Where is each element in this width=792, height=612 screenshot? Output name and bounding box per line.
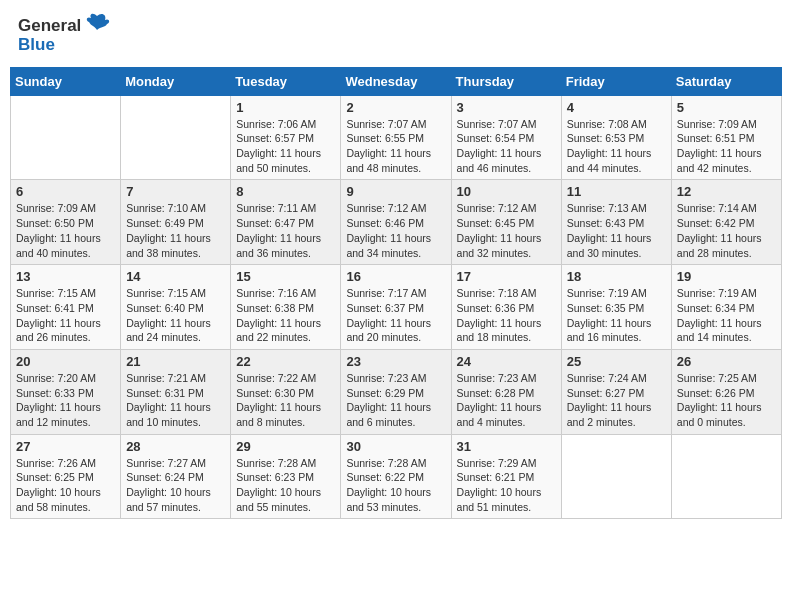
day-info: Sunrise: 7:12 AMSunset: 6:46 PMDaylight:… (346, 201, 445, 260)
day-number: 28 (126, 439, 225, 454)
calendar-day-cell: 3Sunrise: 7:07 AMSunset: 6:54 PMDaylight… (451, 95, 561, 180)
day-number: 19 (677, 269, 776, 284)
calendar-day-cell: 7Sunrise: 7:10 AMSunset: 6:49 PMDaylight… (121, 180, 231, 265)
calendar-body: 1Sunrise: 7:06 AMSunset: 6:57 PMDaylight… (11, 95, 782, 519)
day-info: Sunrise: 7:23 AMSunset: 6:28 PMDaylight:… (457, 371, 556, 430)
calendar-day-cell: 31Sunrise: 7:29 AMSunset: 6:21 PMDayligh… (451, 434, 561, 519)
calendar-week-row: 1Sunrise: 7:06 AMSunset: 6:57 PMDaylight… (11, 95, 782, 180)
calendar-day-cell: 18Sunrise: 7:19 AMSunset: 6:35 PMDayligh… (561, 265, 671, 350)
calendar-day-cell: 2Sunrise: 7:07 AMSunset: 6:55 PMDaylight… (341, 95, 451, 180)
calendar-day-cell: 21Sunrise: 7:21 AMSunset: 6:31 PMDayligh… (121, 349, 231, 434)
calendar-day-cell: 19Sunrise: 7:19 AMSunset: 6:34 PMDayligh… (671, 265, 781, 350)
calendar-day-cell: 24Sunrise: 7:23 AMSunset: 6:28 PMDayligh… (451, 349, 561, 434)
day-number: 21 (126, 354, 225, 369)
calendar-day-cell: 16Sunrise: 7:17 AMSunset: 6:37 PMDayligh… (341, 265, 451, 350)
day-number: 8 (236, 184, 335, 199)
calendar-week-row: 27Sunrise: 7:26 AMSunset: 6:25 PMDayligh… (11, 434, 782, 519)
day-number: 2 (346, 100, 445, 115)
day-info: Sunrise: 7:07 AMSunset: 6:55 PMDaylight:… (346, 117, 445, 176)
day-number: 6 (16, 184, 115, 199)
calendar-day-cell: 14Sunrise: 7:15 AMSunset: 6:40 PMDayligh… (121, 265, 231, 350)
calendar-week-row: 13Sunrise: 7:15 AMSunset: 6:41 PMDayligh… (11, 265, 782, 350)
logo-text-blue: Blue (18, 36, 111, 55)
calendar-table: SundayMondayTuesdayWednesdayThursdayFrid… (10, 67, 782, 520)
day-info: Sunrise: 7:21 AMSunset: 6:31 PMDaylight:… (126, 371, 225, 430)
calendar-day-cell: 11Sunrise: 7:13 AMSunset: 6:43 PMDayligh… (561, 180, 671, 265)
day-info: Sunrise: 7:29 AMSunset: 6:21 PMDaylight:… (457, 456, 556, 515)
day-number: 4 (567, 100, 666, 115)
day-number: 16 (346, 269, 445, 284)
day-info: Sunrise: 7:13 AMSunset: 6:43 PMDaylight:… (567, 201, 666, 260)
day-number: 9 (346, 184, 445, 199)
calendar-day-cell: 10Sunrise: 7:12 AMSunset: 6:45 PMDayligh… (451, 180, 561, 265)
calendar-day-cell: 29Sunrise: 7:28 AMSunset: 6:23 PMDayligh… (231, 434, 341, 519)
day-number: 27 (16, 439, 115, 454)
day-number: 25 (567, 354, 666, 369)
calendar-day-cell: 13Sunrise: 7:15 AMSunset: 6:41 PMDayligh… (11, 265, 121, 350)
calendar-day-cell: 9Sunrise: 7:12 AMSunset: 6:46 PMDaylight… (341, 180, 451, 265)
day-info: Sunrise: 7:09 AMSunset: 6:51 PMDaylight:… (677, 117, 776, 176)
logo-text-general: General (18, 17, 81, 36)
day-info: Sunrise: 7:11 AMSunset: 6:47 PMDaylight:… (236, 201, 335, 260)
day-info: Sunrise: 7:22 AMSunset: 6:30 PMDaylight:… (236, 371, 335, 430)
day-info: Sunrise: 7:15 AMSunset: 6:41 PMDaylight:… (16, 286, 115, 345)
day-number: 1 (236, 100, 335, 115)
day-info: Sunrise: 7:19 AMSunset: 6:34 PMDaylight:… (677, 286, 776, 345)
day-number: 14 (126, 269, 225, 284)
day-info: Sunrise: 7:18 AMSunset: 6:36 PMDaylight:… (457, 286, 556, 345)
day-info: Sunrise: 7:07 AMSunset: 6:54 PMDaylight:… (457, 117, 556, 176)
weekday-header-cell: Sunday (11, 67, 121, 95)
calendar-day-cell: 8Sunrise: 7:11 AMSunset: 6:47 PMDaylight… (231, 180, 341, 265)
day-info: Sunrise: 7:19 AMSunset: 6:35 PMDaylight:… (567, 286, 666, 345)
calendar-day-cell: 22Sunrise: 7:22 AMSunset: 6:30 PMDayligh… (231, 349, 341, 434)
day-number: 12 (677, 184, 776, 199)
day-info: Sunrise: 7:28 AMSunset: 6:22 PMDaylight:… (346, 456, 445, 515)
day-number: 13 (16, 269, 115, 284)
calendar-day-cell: 1Sunrise: 7:06 AMSunset: 6:57 PMDaylight… (231, 95, 341, 180)
day-number: 7 (126, 184, 225, 199)
day-number: 22 (236, 354, 335, 369)
day-number: 20 (16, 354, 115, 369)
calendar-day-cell: 5Sunrise: 7:09 AMSunset: 6:51 PMDaylight… (671, 95, 781, 180)
weekday-header-cell: Thursday (451, 67, 561, 95)
day-info: Sunrise: 7:17 AMSunset: 6:37 PMDaylight:… (346, 286, 445, 345)
day-info: Sunrise: 7:10 AMSunset: 6:49 PMDaylight:… (126, 201, 225, 260)
day-number: 31 (457, 439, 556, 454)
day-info: Sunrise: 7:23 AMSunset: 6:29 PMDaylight:… (346, 371, 445, 430)
calendar-day-cell: 23Sunrise: 7:23 AMSunset: 6:29 PMDayligh… (341, 349, 451, 434)
day-number: 24 (457, 354, 556, 369)
day-number: 11 (567, 184, 666, 199)
calendar-day-cell: 15Sunrise: 7:16 AMSunset: 6:38 PMDayligh… (231, 265, 341, 350)
calendar-day-cell: 27Sunrise: 7:26 AMSunset: 6:25 PMDayligh… (11, 434, 121, 519)
weekday-header-cell: Tuesday (231, 67, 341, 95)
day-info: Sunrise: 7:20 AMSunset: 6:33 PMDaylight:… (16, 371, 115, 430)
day-number: 5 (677, 100, 776, 115)
calendar-day-cell: 25Sunrise: 7:24 AMSunset: 6:27 PMDayligh… (561, 349, 671, 434)
calendar-day-cell: 26Sunrise: 7:25 AMSunset: 6:26 PMDayligh… (671, 349, 781, 434)
day-info: Sunrise: 7:16 AMSunset: 6:38 PMDaylight:… (236, 286, 335, 345)
logo-bird-icon (83, 10, 111, 38)
day-number: 10 (457, 184, 556, 199)
calendar-day-cell: 20Sunrise: 7:20 AMSunset: 6:33 PMDayligh… (11, 349, 121, 434)
day-info: Sunrise: 7:08 AMSunset: 6:53 PMDaylight:… (567, 117, 666, 176)
day-info: Sunrise: 7:12 AMSunset: 6:45 PMDaylight:… (457, 201, 556, 260)
day-number: 23 (346, 354, 445, 369)
day-info: Sunrise: 7:24 AMSunset: 6:27 PMDaylight:… (567, 371, 666, 430)
calendar-day-cell: 6Sunrise: 7:09 AMSunset: 6:50 PMDaylight… (11, 180, 121, 265)
day-number: 26 (677, 354, 776, 369)
calendar-day-cell: 30Sunrise: 7:28 AMSunset: 6:22 PMDayligh… (341, 434, 451, 519)
day-info: Sunrise: 7:14 AMSunset: 6:42 PMDaylight:… (677, 201, 776, 260)
weekday-header-cell: Wednesday (341, 67, 451, 95)
weekday-header-cell: Saturday (671, 67, 781, 95)
weekday-header-row: SundayMondayTuesdayWednesdayThursdayFrid… (11, 67, 782, 95)
day-number: 18 (567, 269, 666, 284)
calendar-day-cell: 17Sunrise: 7:18 AMSunset: 6:36 PMDayligh… (451, 265, 561, 350)
day-number: 15 (236, 269, 335, 284)
day-info: Sunrise: 7:09 AMSunset: 6:50 PMDaylight:… (16, 201, 115, 260)
calendar-day-cell (121, 95, 231, 180)
day-number: 29 (236, 439, 335, 454)
calendar-week-row: 6Sunrise: 7:09 AMSunset: 6:50 PMDaylight… (11, 180, 782, 265)
day-info: Sunrise: 7:06 AMSunset: 6:57 PMDaylight:… (236, 117, 335, 176)
calendar-day-cell: 12Sunrise: 7:14 AMSunset: 6:42 PMDayligh… (671, 180, 781, 265)
weekday-header-cell: Friday (561, 67, 671, 95)
